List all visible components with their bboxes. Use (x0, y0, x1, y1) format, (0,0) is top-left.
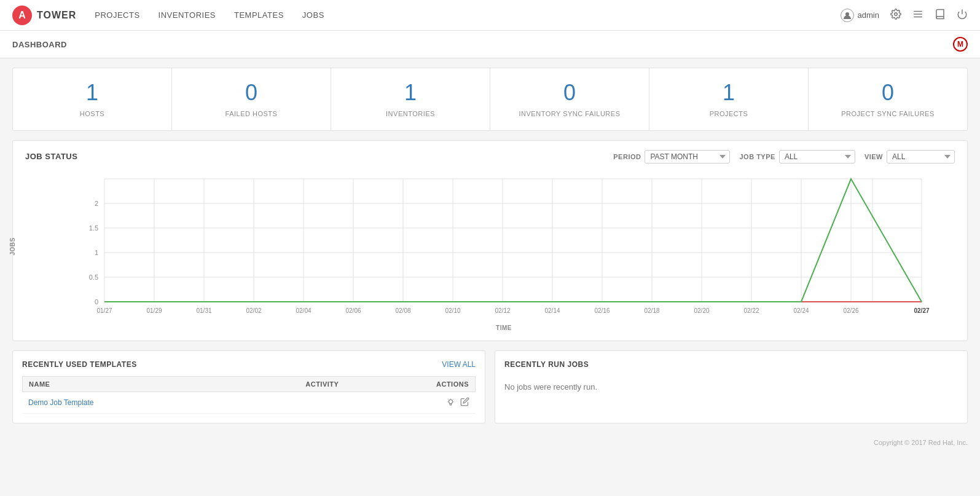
svg-text:02/22: 02/22 (743, 307, 759, 314)
svg-text:02/10: 02/10 (445, 307, 460, 314)
nav-link-templates[interactable]: TEMPLATES (234, 10, 284, 20)
stats-row: 1 HOSTS 0 FAILED HOSTS 1 INVENTORIES 0 I… (12, 68, 968, 131)
breadcrumb-bar: DASHBOARD M (0, 31, 980, 58)
col-header-activity: ACTIVITY (249, 380, 396, 388)
template-row: Demo Job Template (22, 392, 476, 414)
breadcrumb-title: DASHBOARD (12, 40, 67, 49)
footer: Copyright © 2017 Red Hat, Inc. (0, 433, 980, 452)
list-icon[interactable] (912, 9, 923, 22)
job-status-title: JOB STATUS (25, 152, 77, 161)
logo-text: TOWER (37, 10, 76, 21)
recently-run-jobs-section: RECENTLY RUN JOBS No jobs were recently … (495, 350, 968, 423)
stat-number-inventories: 1 (340, 81, 480, 105)
svg-text:02/26: 02/26 (843, 307, 858, 314)
stat-number-project-sync-failures: 0 (818, 81, 958, 105)
col-header-name: NAME (29, 380, 249, 388)
nav-link-inventories[interactable]: INVENTORIES (159, 10, 216, 20)
period-select[interactable]: PAST MONTH PAST WEEK PAST TWO WEEKS (645, 150, 730, 163)
nav-link-jobs[interactable]: JOBS (302, 10, 324, 20)
view-select[interactable]: ALL SUCCESSFUL FAILED (887, 150, 955, 163)
view-all-templates-link[interactable]: VIEW ALL (442, 360, 476, 369)
stat-label-inventories: INVENTORIES (386, 110, 435, 117)
main-content: 1 HOSTS 0 FAILED HOSTS 1 INVENTORIES 0 I… (0, 58, 980, 433)
nav-right: admin (841, 9, 968, 22)
edit-icon[interactable] (460, 397, 469, 408)
stat-card-failed-hosts[interactable]: 0 FAILED HOSTS (172, 68, 331, 130)
power-icon[interactable] (957, 9, 968, 22)
logo-circle: A (12, 6, 32, 25)
stat-label-failed-hosts: FAILED HOSTS (225, 110, 278, 117)
svg-text:1.5: 1.5 (89, 224, 98, 232)
job-status-controls: PERIOD PAST MONTH PAST WEEK PAST TWO WEE… (613, 150, 955, 163)
nav-user[interactable]: admin (841, 9, 879, 22)
svg-text:1: 1 (95, 249, 98, 256)
settings-icon[interactable] (890, 9, 901, 22)
template-name[interactable]: Demo Job Template (28, 398, 249, 407)
stat-label-projects: PROJECTS (710, 110, 748, 117)
col-header-actions: ACTIONS (396, 380, 469, 388)
book-icon[interactable] (935, 9, 946, 22)
svg-text:01/29: 01/29 (146, 307, 162, 314)
svg-text:02/04: 02/04 (296, 307, 311, 314)
stat-card-projects[interactable]: 1 PROJECTS (649, 68, 809, 130)
svg-text:02/16: 02/16 (594, 307, 610, 314)
nav-link-projects[interactable]: PROJECTS (95, 10, 139, 20)
stat-label-inventory-sync-failures: INVENTORY SYNC FAILURES (519, 110, 621, 117)
svg-text:02/18: 02/18 (644, 307, 659, 314)
stat-number-inventory-sync-failures: 0 (500, 81, 640, 105)
stat-label-hosts: HOSTS (80, 110, 104, 117)
nav-links: PROJECTS INVENTORIES TEMPLATES JOBS (95, 10, 840, 20)
templates-section-header: RECENTLY USED TEMPLATES VIEW ALL (22, 360, 476, 369)
job-type-control: JOB TYPE ALL PLAYBOOK RUN SCM UPDATE (739, 150, 855, 163)
templates-table-header: NAME ACTIVITY ACTIONS (22, 376, 476, 392)
chart-wrapper: JOBS 0 0.5 1 1.5 2 (25, 173, 955, 331)
svg-text:0.5: 0.5 (89, 274, 98, 281)
svg-text:02/02: 02/02 (246, 307, 261, 314)
job-type-select[interactable]: ALL PLAYBOOK RUN SCM UPDATE (779, 150, 855, 163)
svg-text:02/14: 02/14 (544, 307, 560, 314)
y-axis-label: JOBS (9, 237, 16, 255)
stat-number-failed-hosts: 0 (181, 81, 321, 105)
stat-number-hosts: 1 (22, 81, 162, 105)
period-label: PERIOD (613, 153, 641, 160)
stat-label-project-sync-failures: PROJECT SYNC FAILURES (841, 110, 935, 117)
top-navigation: A TOWER PROJECTS INVENTORIES TEMPLATES J… (0, 0, 980, 31)
job-status-section: JOB STATUS PERIOD PAST MONTH PAST WEEK P… (12, 140, 968, 341)
template-actions (396, 397, 469, 408)
stat-card-project-sync-failures[interactable]: 0 PROJECT SYNC FAILURES (809, 68, 967, 130)
svg-point-1 (895, 12, 898, 15)
svg-text:2: 2 (95, 200, 98, 207)
x-axis-label: TIME (53, 325, 955, 331)
job-status-chart: 0 0.5 1 1.5 2 (53, 173, 955, 320)
no-jobs-message: No jobs were recently run. (504, 376, 958, 398)
templates-section: RECENTLY USED TEMPLATES VIEW ALL NAME AC… (12, 350, 485, 423)
view-label: VIEW (864, 153, 883, 160)
stat-number-projects: 1 (659, 81, 799, 105)
nav-logo[interactable]: A TOWER (12, 6, 76, 25)
view-control: VIEW ALL SUCCESSFUL FAILED (864, 150, 955, 163)
jobs-section-header: RECENTLY RUN JOBS (504, 360, 958, 369)
username: admin (858, 10, 879, 20)
motorola-logo: M (953, 37, 968, 52)
footer-text: Copyright © 2017 Red Hat, Inc. (874, 439, 968, 446)
templates-section-title: RECENTLY USED TEMPLATES (22, 360, 137, 369)
svg-text:02/20: 02/20 (694, 307, 709, 314)
jobs-section-title: RECENTLY RUN JOBS (504, 360, 589, 369)
stat-card-hosts[interactable]: 1 HOSTS (13, 68, 172, 130)
svg-text:01/31: 01/31 (196, 307, 211, 314)
svg-text:02/12: 02/12 (495, 307, 510, 314)
user-icon (841, 9, 854, 22)
period-control: PERIOD PAST MONTH PAST WEEK PAST TWO WEE… (613, 150, 730, 163)
launch-icon[interactable] (446, 397, 455, 408)
stat-card-inventory-sync-failures[interactable]: 0 INVENTORY SYNC FAILURES (490, 68, 649, 130)
svg-text:0: 0 (95, 298, 98, 305)
svg-text:02/27: 02/27 (914, 307, 929, 314)
svg-text:01/27: 01/27 (96, 307, 112, 314)
svg-text:02/24: 02/24 (793, 307, 809, 314)
svg-text:02/06: 02/06 (345, 307, 361, 314)
job-type-label: JOB TYPE (739, 153, 775, 160)
stat-card-inventories[interactable]: 1 INVENTORIES (331, 68, 490, 130)
svg-text:02/08: 02/08 (395, 307, 410, 314)
job-status-header: JOB STATUS PERIOD PAST MONTH PAST WEEK P… (25, 150, 955, 163)
bottom-row: RECENTLY USED TEMPLATES VIEW ALL NAME AC… (12, 350, 968, 423)
